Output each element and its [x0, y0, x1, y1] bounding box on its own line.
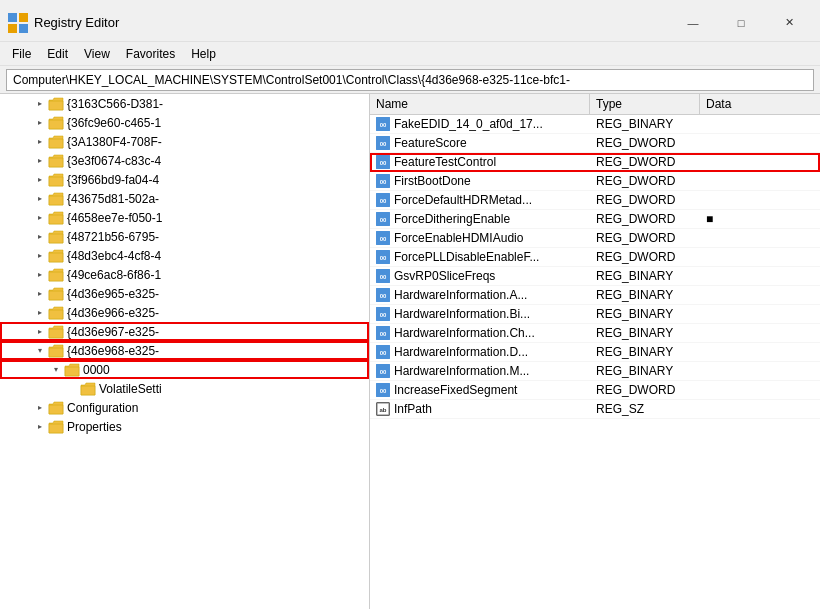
value-data: [700, 294, 820, 296]
tree-expand-icon[interactable]: [32, 153, 48, 169]
svg-text:ab: ab: [379, 407, 386, 413]
value-row[interactable]: 00HardwareInformation.Bi...REG_BINARY: [370, 305, 820, 324]
registry-value-icon: 00: [376, 136, 390, 150]
value-row[interactable]: 00ForceDitheringEnableREG_DWORD■: [370, 210, 820, 229]
value-name: 00ForceEnableHDMIAudio: [370, 230, 590, 246]
registry-value-icon: 00: [376, 364, 390, 378]
tree-item[interactable]: 0000: [0, 360, 369, 379]
svg-rect-0: [8, 13, 17, 22]
menu-edit[interactable]: Edit: [39, 44, 76, 64]
tree-expand-icon[interactable]: [32, 172, 48, 188]
value-name-text: ForcePLLDisableEnableF...: [394, 250, 539, 264]
folder-icon: [48, 115, 64, 131]
tree-item[interactable]: {43675d81-502a-: [0, 189, 369, 208]
tree-panel[interactable]: {3163C566-D381- {36fc9e60-c465-1 {3A1380…: [0, 94, 370, 609]
menu-favorites[interactable]: Favorites: [118, 44, 183, 64]
value-data: [700, 389, 820, 391]
tree-item-label: {3f966bd9-fa04-4: [67, 173, 159, 187]
folder-icon: [48, 286, 64, 302]
value-row[interactable]: 00HardwareInformation.Ch...REG_BINARY: [370, 324, 820, 343]
svg-text:00: 00: [380, 369, 387, 375]
tree-item[interactable]: {3e3f0674-c83c-4: [0, 151, 369, 170]
value-row[interactable]: 00FeatureTestControlREG_DWORD: [370, 153, 820, 172]
value-name: 00HardwareInformation.Ch...: [370, 325, 590, 341]
value-name-text: HardwareInformation.A...: [394, 288, 527, 302]
value-name-text: FakeEDID_14_0_af0d_17...: [394, 117, 543, 131]
value-type: REG_DWORD: [590, 230, 700, 246]
tree-expand-icon[interactable]: [32, 191, 48, 207]
address-input[interactable]: [6, 69, 814, 91]
tree-item[interactable]: {4658ee7e-f050-1: [0, 208, 369, 227]
folder-icon: [48, 400, 64, 416]
col-header-name: Name: [370, 94, 590, 114]
tree-expand-icon[interactable]: [32, 419, 48, 435]
tree-item[interactable]: Configuration: [0, 398, 369, 417]
values-panel[interactable]: Name Type Data 00FakeEDID_14_0_af0d_17..…: [370, 94, 820, 609]
tree-item[interactable]: VolatileSetti: [0, 379, 369, 398]
registry-value-icon: ab: [376, 402, 390, 416]
tree-expand-icon[interactable]: [32, 324, 48, 340]
tree-item[interactable]: {48d3ebc4-4cf8-4: [0, 246, 369, 265]
menu-help[interactable]: Help: [183, 44, 224, 64]
value-row[interactable]: abInfPathREG_SZ: [370, 400, 820, 419]
menu-view[interactable]: View: [76, 44, 118, 64]
value-row[interactable]: 00FeatureScoreREG_DWORD: [370, 134, 820, 153]
value-name-text: HardwareInformation.Bi...: [394, 307, 530, 321]
tree-item[interactable]: {4d36e968-e325-: [0, 341, 369, 360]
value-data: [700, 370, 820, 372]
tree-item[interactable]: Properties: [0, 417, 369, 436]
registry-value-icon: 00: [376, 193, 390, 207]
value-row[interactable]: 00HardwareInformation.M...REG_BINARY: [370, 362, 820, 381]
menu-file[interactable]: File: [4, 44, 39, 64]
main-content: {3163C566-D381- {36fc9e60-c465-1 {3A1380…: [0, 94, 820, 609]
value-name: 00HardwareInformation.Bi...: [370, 306, 590, 322]
svg-text:00: 00: [380, 122, 387, 128]
value-row[interactable]: 00ForceEnableHDMIAudioREG_DWORD: [370, 229, 820, 248]
tree-expand-icon[interactable]: [32, 305, 48, 321]
value-type: REG_BINARY: [590, 268, 700, 284]
tree-expand-icon[interactable]: [64, 381, 80, 397]
tree-expand-icon[interactable]: [32, 248, 48, 264]
value-data: [700, 199, 820, 201]
value-row[interactable]: 00HardwareInformation.A...REG_BINARY: [370, 286, 820, 305]
folder-icon: [48, 248, 64, 264]
value-row[interactable]: 00FakeEDID_14_0_af0d_17...REG_BINARY: [370, 115, 820, 134]
value-name-text: ForceDefaultHDRMetad...: [394, 193, 532, 207]
tree-item[interactable]: {48721b56-6795-: [0, 227, 369, 246]
value-type: REG_BINARY: [590, 363, 700, 379]
tree-item[interactable]: {3163C566-D381-: [0, 94, 369, 113]
tree-expand-icon[interactable]: [32, 134, 48, 150]
value-row[interactable]: 00GsvRP0SliceFreqsREG_BINARY: [370, 267, 820, 286]
value-type: REG_DWORD: [590, 173, 700, 189]
tree-item[interactable]: {4d36e966-e325-: [0, 303, 369, 322]
tree-expand-icon[interactable]: [32, 210, 48, 226]
tree-item[interactable]: {36fc9e60-c465-1: [0, 113, 369, 132]
maximize-button[interactable]: □: [718, 8, 764, 38]
tree-expand-icon[interactable]: [32, 115, 48, 131]
tree-expand-icon[interactable]: [32, 343, 48, 359]
close-button[interactable]: ✕: [766, 8, 812, 38]
tree-item[interactable]: {3A1380F4-708F-: [0, 132, 369, 151]
value-row[interactable]: 00IncreaseFixedSegmentREG_DWORD: [370, 381, 820, 400]
tree-item[interactable]: {4d36e965-e325-: [0, 284, 369, 303]
value-row[interactable]: 00FirstBootDoneREG_DWORD: [370, 172, 820, 191]
tree-item[interactable]: {4d36e967-e325-: [0, 322, 369, 341]
minimize-button[interactable]: —: [670, 8, 716, 38]
tree-item-label: {48721b56-6795-: [67, 230, 159, 244]
tree-expand-icon[interactable]: [32, 96, 48, 112]
tree-item[interactable]: {3f966bd9-fa04-4: [0, 170, 369, 189]
tree-item-label: 0000: [83, 363, 110, 377]
svg-text:00: 00: [380, 331, 387, 337]
tree-expand-icon[interactable]: [32, 400, 48, 416]
value-name-text: InfPath: [394, 402, 432, 416]
tree-expand-icon[interactable]: [32, 229, 48, 245]
value-row[interactable]: 00HardwareInformation.D...REG_BINARY: [370, 343, 820, 362]
tree-expand-icon[interactable]: [32, 267, 48, 283]
tree-expand-icon[interactable]: [48, 362, 64, 378]
tree-expand-icon[interactable]: [32, 286, 48, 302]
tree-item[interactable]: {49ce6ac8-6f86-1: [0, 265, 369, 284]
svg-text:00: 00: [380, 274, 387, 280]
value-row[interactable]: 00ForceDefaultHDRMetad...REG_DWORD: [370, 191, 820, 210]
value-row[interactable]: 00ForcePLLDisableEnableF...REG_DWORD: [370, 248, 820, 267]
value-name-text: HardwareInformation.D...: [394, 345, 528, 359]
